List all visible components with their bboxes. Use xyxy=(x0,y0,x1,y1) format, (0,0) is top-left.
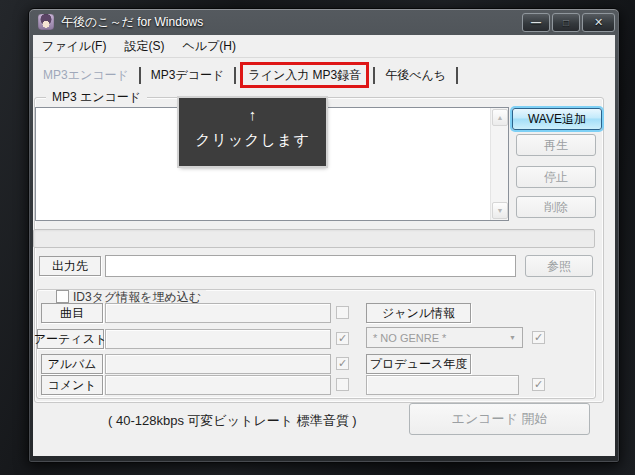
tab-mp3-decode[interactable]: MP3デコード xyxy=(143,66,233,84)
tab-separator xyxy=(234,67,236,84)
comment-label: コメント xyxy=(41,375,103,395)
stop-button[interactable]: 停止 xyxy=(516,166,596,188)
tab-line-input-recording[interactable]: ライン入力 MP3録音 xyxy=(240,62,369,88)
app-icon xyxy=(38,14,54,30)
comment-input xyxy=(105,375,331,395)
tab-separator xyxy=(139,67,141,84)
tab-separator xyxy=(456,67,458,84)
titlebar[interactable]: 午後のこ～だ for Windows — □ ✕ xyxy=(29,9,619,35)
artist-copy-checkbox: ✓ xyxy=(336,332,349,345)
minimize-button[interactable]: — xyxy=(522,13,550,32)
window-title: 午後のこ～だ for Windows xyxy=(61,14,203,31)
artist-input xyxy=(105,329,331,349)
scroll-up-icon[interactable]: ▲ xyxy=(492,109,508,126)
close-button[interactable]: ✕ xyxy=(582,13,615,32)
tab-separator xyxy=(373,67,375,84)
encode-start-button[interactable]: エンコード 開始 xyxy=(409,403,590,435)
tab-bar: MP3エンコード MP3デコード ライン入力 MP3録音 午後べんち xyxy=(35,63,460,87)
album-copy-checkbox: ✓ xyxy=(336,357,349,370)
file-list-scrollbar[interactable]: ▲ ▼ xyxy=(490,108,508,220)
mp3-encode-group-label: MP3 エンコード xyxy=(46,89,147,106)
id3-embed-checkbox[interactable] xyxy=(56,290,69,303)
chevron-down-icon: ▼ xyxy=(509,334,516,341)
tab-gogo-bench[interactable]: 午後べんち xyxy=(377,66,454,84)
check-icon: ✓ xyxy=(534,332,543,343)
album-input xyxy=(105,354,331,374)
bitrate-note: ( 40-128kbps 可変ビットレート 標準音質 ) xyxy=(108,412,357,430)
desktop-background: 午後のこ～だ for Windows — □ ✕ ファイル(F) 設定(S) ヘ… xyxy=(0,0,635,475)
album-label: アルバム xyxy=(41,354,103,374)
play-button[interactable]: 再生 xyxy=(516,134,596,156)
production-year-input xyxy=(366,375,519,395)
tab-mp3-encode[interactable]: MP3エンコード xyxy=(35,66,137,84)
encode-progress-panel xyxy=(33,229,595,248)
comment-copy-checkbox xyxy=(336,378,349,391)
check-icon: ✓ xyxy=(338,358,347,369)
menu-file[interactable]: ファイル(F) xyxy=(33,35,115,57)
artist-label: アーティスト xyxy=(37,329,104,349)
track-title-copy-checkbox xyxy=(336,306,349,319)
tooltip-text: クリックします xyxy=(179,131,326,150)
check-icon: ✓ xyxy=(338,333,347,344)
genre-dropdown: * NO GENRE * ▼ xyxy=(366,327,523,348)
up-arrow-icon: ↑ xyxy=(179,107,326,123)
check-icon: ✓ xyxy=(534,379,543,390)
add-wave-button[interactable]: WAVE追加 xyxy=(512,108,602,130)
maximize-button[interactable]: □ xyxy=(552,13,580,32)
click-here-tooltip: ↑ クリックします xyxy=(179,98,326,166)
menu-help[interactable]: ヘルプ(H) xyxy=(173,35,245,57)
scroll-down-icon[interactable]: ▼ xyxy=(492,202,508,219)
year-copy-checkbox: ✓ xyxy=(532,378,545,391)
window-body: ファイル(F) 設定(S) ヘルプ(H) MP3エンコード MP3デコード ライ… xyxy=(33,35,615,456)
output-dest-input[interactable] xyxy=(105,255,516,277)
production-year-label: プロデュース年度 xyxy=(366,354,471,374)
window-controls: — □ ✕ xyxy=(522,13,615,32)
track-title-label: 曲目 xyxy=(41,303,103,323)
delete-button[interactable]: 削除 xyxy=(516,196,596,218)
track-title-input xyxy=(105,303,331,323)
genre-dropdown-value: * NO GENRE * xyxy=(373,332,446,344)
menu-settings[interactable]: 設定(S) xyxy=(115,35,173,57)
output-dest-label: 出力先 xyxy=(39,256,101,276)
browse-button[interactable]: 参照 xyxy=(525,255,593,277)
genre-info-label: ジャンル情報 xyxy=(366,303,471,323)
id3-embed-label[interactable]: ID3タグ情報を埋め込む xyxy=(73,290,206,304)
menubar: ファイル(F) 設定(S) ヘルプ(H) xyxy=(33,35,615,58)
genre-copy-checkbox: ✓ xyxy=(532,331,545,344)
app-window: 午後のこ～だ for Windows — □ ✕ ファイル(F) 設定(S) ヘ… xyxy=(28,8,620,463)
